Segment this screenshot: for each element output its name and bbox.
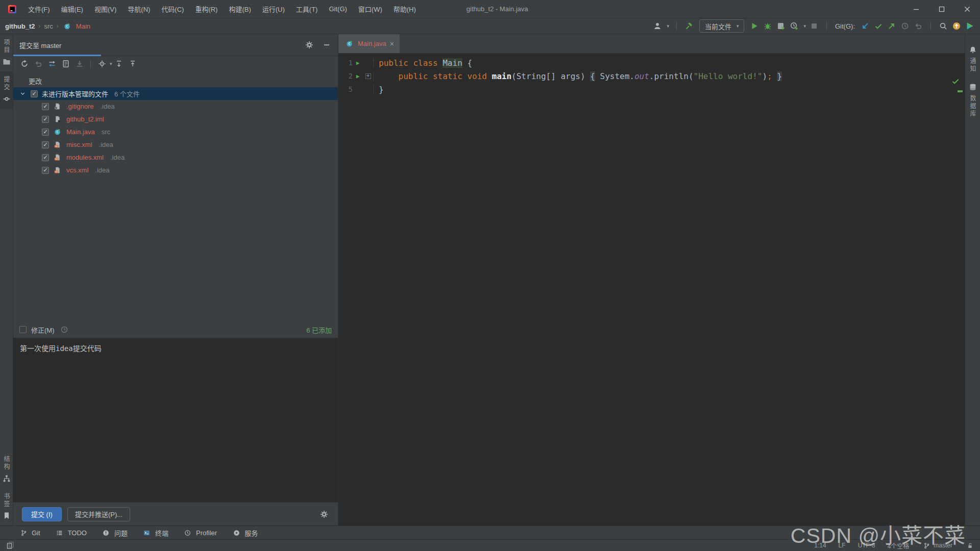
changed-file-row[interactable]: ✓<>vcs.xml.idea — [13, 164, 338, 177]
commit-panel-title[interactable]: 提交至 master — [19, 40, 61, 50]
breadcrumb-src[interactable]: src — [44, 22, 53, 30]
run-gutter-icon[interactable]: ▶ — [353, 60, 363, 66]
changed-file-row[interactable]: ✓CMain.javasrc — [13, 126, 338, 138]
user-account-icon[interactable] — [652, 21, 663, 31]
run-icon[interactable] — [749, 21, 760, 31]
menu-item[interactable]: 窗口(W) — [353, 0, 388, 18]
profiler-run-icon[interactable] — [789, 21, 799, 31]
collapse-all-icon[interactable] — [126, 59, 140, 69]
breadcrumb-class[interactable]: Main — [76, 22, 90, 30]
svg-text:<>: <> — [55, 158, 58, 160]
stripe-tab-database[interactable]: 数据库 — [965, 78, 980, 122]
commit-and-push-button[interactable]: 提交并推送(P)... — [67, 507, 130, 521]
maximize-window-icon[interactable] — [929, 0, 954, 18]
stripe-tab-structure[interactable]: 结构 — [0, 451, 13, 488]
changed-file-row[interactable]: ✓github_t2.iml — [13, 113, 338, 126]
run-configuration-selector[interactable]: 当前文件 ▾ — [699, 19, 745, 33]
tool-window-button-问题[interactable]: 问题 — [101, 528, 128, 538]
menu-item[interactable]: 构建(B) — [223, 0, 256, 18]
tree-expand-chevron-icon[interactable] — [17, 89, 28, 99]
menu-item[interactable]: 文件(F) — [22, 0, 56, 18]
refresh-icon[interactable] — [17, 59, 31, 69]
amend-label[interactable]: 修正(M) — [31, 325, 55, 335]
code-token — [772, 71, 777, 81]
tool-window-button-label: 终端 — [155, 528, 168, 538]
show-diff-icon[interactable] — [45, 59, 59, 69]
file-checkbox[interactable]: ✓ — [42, 167, 49, 174]
code-token: "Hello world!" — [694, 71, 763, 81]
search-everywhere-icon[interactable] — [938, 21, 948, 31]
plugin-logo-icon[interactable] — [965, 21, 975, 31]
locate-icon[interactable] — [95, 59, 109, 69]
stripe-tab-commit[interactable]: 提交 — [0, 71, 13, 109]
breadcrumb-project[interactable]: github_t2 — [5, 22, 35, 30]
minimize-window-icon[interactable] — [903, 0, 929, 18]
menu-item[interactable]: 视图(V) — [89, 0, 122, 18]
menu-item[interactable]: 编辑(E) — [56, 0, 89, 18]
amend-checkbox[interactable] — [19, 326, 27, 333]
menu-item[interactable]: 工具(T) — [290, 0, 324, 18]
inspections-ok-icon[interactable] — [950, 76, 961, 86]
git-update-icon[interactable] — [860, 21, 870, 31]
readonly-lock-icon[interactable] — [965, 540, 975, 550]
file-checkbox[interactable]: ✓ — [42, 141, 49, 148]
menu-item[interactable]: Git(G) — [323, 0, 352, 18]
changelist-icon[interactable] — [59, 59, 72, 69]
menu-item[interactable]: 重构(R) — [189, 0, 223, 18]
commit-message-input[interactable]: 第一次使用idea提交代码 — [13, 338, 338, 503]
menu-item[interactable]: 代码(C) — [156, 0, 189, 18]
close-window-icon[interactable] — [954, 0, 980, 18]
file-checkbox[interactable]: ✓ — [42, 116, 49, 123]
tool-window-button-profiler[interactable]: Profiler — [183, 528, 217, 538]
gear-icon[interactable] — [319, 509, 329, 519]
unversioned-files-group-row[interactable]: ✓ 未进行版本管理的文件 6 个文件 — [13, 87, 338, 100]
changed-file-row[interactable]: ✓.gitignore.idea — [13, 100, 338, 113]
menu-item[interactable]: 导航(N) — [122, 0, 156, 18]
git-rollback-icon — [913, 21, 923, 31]
file-checkbox[interactable]: ✓ — [42, 154, 49, 161]
editor-tab-main-java[interactable]: C Main.java × — [338, 34, 400, 53]
git-push-icon[interactable] — [887, 21, 897, 31]
stripe-tab-bookmark[interactable]: 书签 — [0, 488, 13, 525]
caret-position-widget[interactable]: 1:14 — [814, 542, 826, 549]
stripe-tab-folder[interactable]: 项目 — [0, 34, 13, 71]
run-with-coverage-icon[interactable] — [776, 21, 786, 31]
hide-tool-window-icon[interactable] — [322, 40, 332, 50]
close-tab-icon[interactable]: × — [390, 40, 394, 48]
commit-button[interactable]: 提交 (I) — [22, 507, 62, 521]
build-hammer-icon[interactable] — [684, 21, 694, 31]
file-checkbox[interactable]: ✓ — [42, 103, 49, 110]
tool-window-switcher-icon[interactable] — [5, 540, 15, 550]
indent-widget[interactable]: 4个空格 — [888, 541, 910, 550]
group-checkbox[interactable]: ✓ — [31, 90, 38, 97]
update-available-icon[interactable] — [951, 21, 962, 31]
changed-file-row[interactable]: ✓<>modules.xml.idea — [13, 151, 338, 164]
git-commit-check-icon[interactable] — [873, 21, 884, 31]
left-tool-window-stripe: 项目提交 结构书签 — [0, 34, 13, 525]
tool-window-button-git[interactable]: Git — [18, 528, 40, 538]
code-editor[interactable]: 1▶public class Main {2▶+ public static v… — [338, 54, 965, 96]
file-checkbox[interactable]: ✓ — [42, 129, 49, 136]
gear-icon[interactable] — [304, 40, 314, 50]
changed-file-row[interactable]: ✓<>misc.xml.idea — [13, 138, 338, 151]
encoding-widget[interactable]: UTF-8 — [858, 542, 875, 549]
git-branch-name: master — [934, 542, 952, 549]
changes-root-node[interactable]: 更改 — [13, 74, 338, 87]
history-clock-icon[interactable] — [59, 324, 69, 335]
stripe-tab-bell[interactable]: 通知 — [965, 40, 980, 78]
run-gutter-icon[interactable]: ▶ — [353, 73, 363, 80]
fold-gutter-icon[interactable]: + — [363, 73, 373, 79]
tool-window-button-终端[interactable]: 终端 — [142, 528, 168, 538]
debug-bug-icon[interactable] — [763, 21, 773, 31]
tool-window-button-label: 服务 — [244, 528, 258, 538]
bookmark-icon — [2, 511, 12, 521]
tool-window-button-label: TODO — [68, 529, 87, 537]
line-ending-widget[interactable]: LF — [839, 542, 846, 549]
tool-window-button-服务[interactable]: 服务 — [231, 528, 258, 538]
menu-item[interactable]: 帮助(H) — [388, 0, 422, 18]
menu-item[interactable]: 运行(U) — [257, 0, 290, 18]
git-branch-widget[interactable]: master — [921, 540, 952, 550]
expand-all-icon[interactable] — [112, 59, 126, 69]
structure-icon — [2, 473, 12, 484]
tool-window-button-todo[interactable]: TODO — [55, 528, 87, 538]
